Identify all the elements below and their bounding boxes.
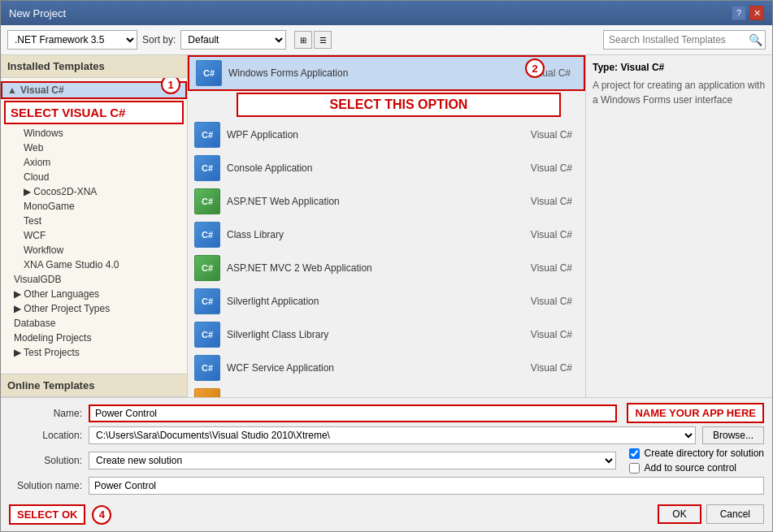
bottom-buttons: SELECT OK 4 OK Cancel [1, 500, 772, 531]
tree-item-cocos2d[interactable]: ▶ Cocos2D-XNA [1, 184, 187, 199]
tree-item-workflow[interactable]: Workflow [1, 243, 187, 257]
tree-label-visual-csharp: Visual C# [20, 84, 64, 96]
tree-item-test-projects[interactable]: ▶ Test Projects [1, 345, 187, 360]
template-name-console: Console Application [227, 162, 524, 174]
name-row: Name: NAME YOUR APP HERE [9, 403, 764, 423]
classlib-icon: C# [194, 222, 220, 248]
title-bar-buttons: ? ✕ [732, 6, 764, 20]
sort-select[interactable]: Default [180, 30, 286, 50]
bottom-right: Create directory for solution Add to sou… [623, 448, 764, 474]
template-lang-silverlight-lib: Visual C# [531, 329, 579, 340]
console-icon: C# [194, 155, 220, 181]
cancel-button[interactable]: Cancel [706, 504, 764, 524]
sort-label: Sort by: [142, 34, 176, 45]
template-item-console[interactable]: C# Console Application Visual C# [188, 152, 585, 185]
winforms-icon: C# [196, 60, 222, 86]
template-name-wcf: WCF Service Application [227, 362, 524, 374]
help-button[interactable]: ? [732, 6, 746, 20]
annotation-circle-2: 2 [525, 58, 545, 78]
mvc2-icon: C# [194, 255, 220, 281]
template-name-aspnet-dynamic: ASP.NET Dynamic Data Entities Web Applic… [227, 396, 524, 397]
create-directory-checkbox[interactable] [629, 448, 640, 459]
template-lang-aspnet: Visual C# [531, 196, 579, 207]
list-view-button[interactable]: ☰ [314, 31, 332, 49]
solution-name-input[interactable] [89, 477, 764, 495]
template-lang-aspnet-dynamic: Visual C# [531, 396, 579, 397]
annotation-label-2: SELECT THIS OPTION [237, 93, 561, 117]
template-lang-mvc2: Visual C# [531, 262, 579, 274]
tree-item-test[interactable]: Test [1, 214, 187, 228]
name-input[interactable] [89, 404, 617, 422]
title-bar: New Project ? ✕ [1, 1, 772, 25]
template-name-silverlight: Silverlight Application [227, 296, 524, 307]
location-row: Location: C:\Users\Sara\Documents\Visual… [9, 426, 764, 444]
close-button[interactable]: ✕ [749, 6, 764, 20]
template-lang-classlib: Visual C# [531, 229, 579, 240]
template-item-aspnet-dynamic[interactable]: C# ASP.NET Dynamic Data Entities Web App… [188, 385, 585, 397]
wcf-service-icon: C# [194, 355, 220, 381]
solution-row: Solution: Create new solution Create dir… [9, 448, 764, 474]
silverlight-lib-icon: C# [194, 322, 220, 348]
template-name-silverlight-lib: Silverlight Class Library [227, 329, 524, 340]
tree-item-other-languages[interactable]: ▶ Other Languages [1, 287, 187, 301]
tree-item-axiom[interactable]: Axiom [1, 155, 187, 170]
tree-item-modeling[interactable]: Modeling Projects [1, 331, 187, 345]
left-panel: Installed Templates ▲ Visual C# 1 SELECT… [1, 55, 188, 397]
annotation-label-1: SELECT VISUAL C# [4, 101, 184, 124]
grid-view-button[interactable]: ⊞ [294, 31, 312, 49]
template-list: C# Windows Forms Application Visual C# 2… [188, 55, 585, 397]
search-icon: 🔍 [749, 33, 762, 46]
installed-templates-header: Installed Templates [1, 55, 187, 78]
template-item-classlib[interactable]: C# Class Library Visual C# [188, 218, 585, 252]
tree-item-visualgdb[interactable]: VisualGDB [1, 272, 187, 287]
tree-item-wcf[interactable]: WCF [1, 228, 187, 243]
tree-item-monogame[interactable]: MonoGame [1, 199, 187, 214]
tree-item-visual-csharp[interactable]: ▲ Visual C# [1, 81, 187, 99]
middle-panel: C# Windows Forms Application Visual C# 2… [188, 55, 585, 397]
add-source-control-label: Add to source control [645, 462, 736, 474]
ok-button[interactable]: OK [658, 504, 701, 524]
annotation-circle-4: 4 [92, 505, 111, 525]
arrow-down-icon: ▲ [7, 84, 17, 96]
location-select[interactable]: C:\Users\Sara\Documents\Visual Studio 20… [89, 426, 696, 444]
add-source-control-checkbox[interactable] [629, 463, 640, 474]
tree-item-windows[interactable]: Windows [1, 126, 187, 141]
new-project-dialog: New Project ? ✕ .NET Framework 3.5 Sort … [0, 0, 773, 532]
bottom-form: Name: NAME YOUR APP HERE Location: C:\Us… [1, 397, 772, 500]
solution-select[interactable]: Create new solution [89, 452, 616, 469]
view-buttons: ⊞ ☰ [294, 31, 332, 49]
dialog-title: New Project [9, 7, 66, 19]
type-desc: A project for creating an application wi… [593, 78, 766, 107]
tree-section: ▲ Visual C# 1 SELECT VISUAL C# Windows W… [1, 78, 187, 374]
template-item-wpf[interactable]: C# WPF Application Visual C# [188, 119, 585, 152]
solution-name-label: Solution name: [9, 480, 82, 491]
tree-item-other-project-types[interactable]: ▶ Other Project Types [1, 301, 187, 316]
create-directory-row: Create directory for solution [629, 448, 764, 459]
silverlight-icon: C# [194, 288, 220, 314]
aspnet-dynamic-icon: C# [194, 388, 220, 397]
right-panel: Type: Visual C# A project for creating a… [585, 55, 772, 397]
template-item-mvc2[interactable]: C# ASP.NET MVC 2 Web Application Visual … [188, 252, 585, 285]
main-content: Installed Templates ▲ Visual C# 1 SELECT… [1, 55, 772, 397]
template-item-wcf[interactable]: C# WCF Service Application Visual C# [188, 352, 585, 385]
browse-button[interactable]: Browse... [702, 426, 764, 444]
template-lang-wpf: Visual C# [531, 129, 579, 141]
tree-item-database[interactable]: Database [1, 316, 187, 331]
template-name-winforms: Windows Forms Application [228, 67, 523, 79]
template-item-aspnet[interactable]: C# ASP.NET Web Application Visual C# [188, 185, 585, 218]
solution-label: Solution: [9, 455, 82, 466]
type-label: Type: Visual C# [593, 62, 766, 73]
aspnet-icon: C# [194, 188, 220, 214]
tree-item-xna[interactable]: XNA Game Studio 4.0 [1, 257, 187, 272]
solution-name-row: Solution name: [9, 477, 764, 495]
tree-item-cloud[interactable]: Cloud [1, 170, 187, 184]
template-item-silverlight[interactable]: C# Silverlight Application Visual C# [188, 285, 585, 318]
template-lang-console: Visual C# [531, 162, 579, 174]
template-item-silverlight-lib[interactable]: C# Silverlight Class Library Visual C# [188, 318, 585, 352]
online-templates-header: Online Templates [1, 374, 187, 397]
tree-item-web[interactable]: Web [1, 141, 187, 155]
location-label: Location: [9, 430, 82, 441]
search-input[interactable] [603, 30, 766, 50]
annotation-label-3: NAME YOUR APP HERE [627, 403, 764, 423]
framework-select[interactable]: .NET Framework 3.5 [7, 30, 137, 50]
